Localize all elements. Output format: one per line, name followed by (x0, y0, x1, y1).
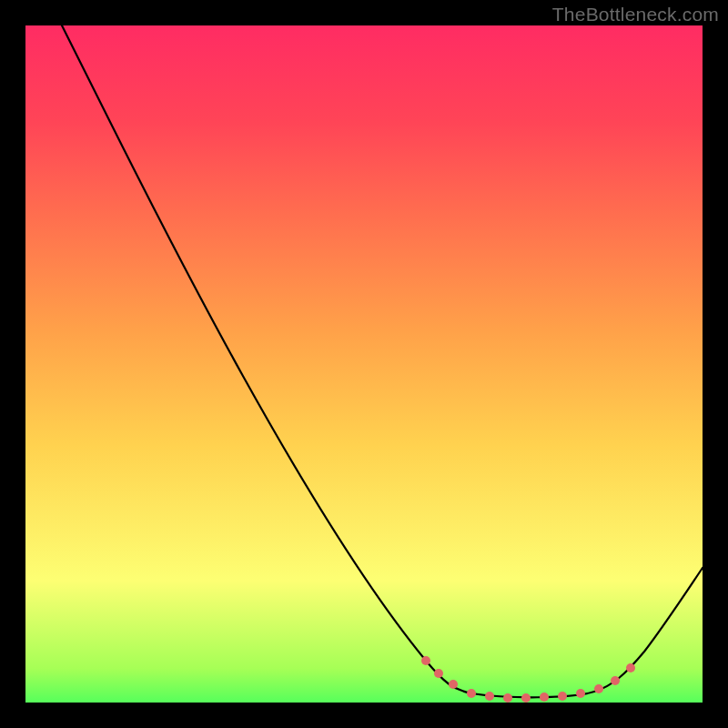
curve-marker (434, 669, 443, 678)
plot-area (25, 25, 703, 703)
chart-frame: TheBottleneck.com (0, 0, 728, 728)
curve-marker (540, 693, 549, 702)
curve-marker (503, 693, 512, 703)
curve-marker (449, 680, 458, 689)
curve-marker (421, 656, 430, 665)
curve-marker (626, 663, 635, 672)
curve-marker (558, 692, 567, 701)
curve-marker (594, 684, 603, 693)
curve-marker (485, 692, 494, 701)
curve-marker (576, 689, 585, 698)
bottleneck-curve (62, 25, 703, 697)
bottleneck-curve-svg (25, 25, 703, 703)
curve-marker (521, 693, 531, 703)
curve-marker (611, 676, 620, 685)
curve-marker (467, 689, 476, 698)
watermark-text: TheBottleneck.com (552, 4, 719, 25)
